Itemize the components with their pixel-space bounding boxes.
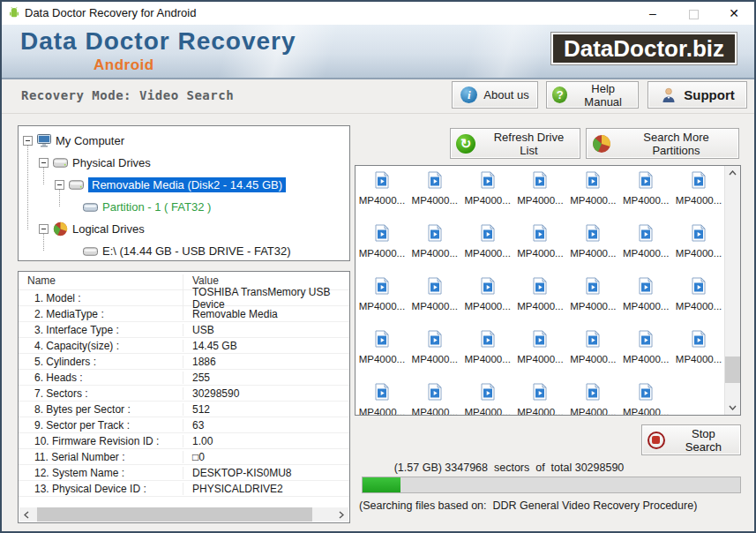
recovered-file-item[interactable]: MP4000...: [514, 224, 567, 277]
recovered-file-item[interactable]: MP4000...: [514, 383, 567, 415]
property-row[interactable]: 7. Sectors :30298590: [19, 386, 349, 402]
recovered-file-item[interactable]: MP4000...: [672, 330, 725, 383]
property-name: 7. Sectors :: [19, 387, 183, 400]
recovered-file-item[interactable]: MP4000...: [566, 171, 619, 224]
video-file-icon: [692, 277, 706, 298]
recovered-file-item[interactable]: MP4000...: [672, 224, 725, 277]
recovered-file-item[interactable]: MP4000...: [356, 383, 408, 415]
minimize-button[interactable]: –: [632, 2, 673, 25]
recovered-file-label: MP4000...: [623, 248, 669, 259]
support-button[interactable]: Support: [647, 81, 747, 109]
recovered-file-item[interactable]: MP4000...: [566, 383, 619, 415]
property-row[interactable]: 12. System Name :DESKTOP-KIS0MU8: [19, 465, 349, 481]
collapse-toggle-icon[interactable]: [39, 224, 49, 234]
tree-item-my-computer[interactable]: My Computer: [19, 130, 349, 152]
video-file-icon: [639, 171, 653, 192]
close-button[interactable]: ✕: [714, 2, 754, 25]
recovered-file-item[interactable]: MP4000...: [356, 277, 408, 330]
help-manual-label: Help Manual: [573, 82, 632, 109]
collapse-toggle-icon[interactable]: [55, 180, 64, 190]
recovered-file-item[interactable]: MP4000...: [408, 277, 461, 330]
recovered-file-item[interactable]: MP4000...: [408, 330, 461, 383]
recovered-file-label: MP4000...: [676, 195, 722, 206]
recovered-file-item[interactable]: MP4000...: [514, 330, 567, 383]
recovered-file-label: MP4000...: [676, 248, 722, 259]
recovered-file-item[interactable]: MP4000...: [408, 383, 461, 415]
progress-bar: [362, 477, 741, 493]
datadoctor-logo[interactable]: DataDoctor.biz: [551, 33, 737, 64]
video-file-icon: [428, 171, 442, 192]
recovered-file-label: MP4000...: [517, 195, 563, 206]
video-file-icon: [692, 171, 706, 192]
property-name: 11. Serial Number :: [19, 451, 183, 463]
recovered-file-item[interactable]: MP4000...: [672, 171, 725, 224]
recovered-file-item[interactable]: MP4000...: [356, 330, 408, 383]
drive-properties-panel: Name Value 1. Model :TOSHIBA TransMemory…: [18, 271, 350, 523]
tree-item-removable-media[interactable]: Removable Media (Disk2 - 14.45 GB): [19, 174, 349, 196]
tree-item-logical-drives[interactable]: Logical Drives: [19, 218, 349, 240]
recovered-file-item[interactable]: MP4000...: [619, 330, 672, 383]
property-row[interactable]: 11. Serial Number :□0: [19, 449, 349, 465]
recovered-file-item[interactable]: MP4000...: [408, 171, 461, 224]
vertical-scrollbar[interactable]: [724, 166, 740, 415]
scrollbar-thumb[interactable]: [725, 357, 740, 383]
progress-sectors-text: (1.57 GB) 3347968 sectors of total 30298…: [359, 462, 659, 474]
search-more-partitions-button[interactable]: Search More Partitions: [586, 128, 739, 159]
recovery-mode-label: Recovery Mode: Video Search: [21, 88, 234, 102]
tree-item-physical-drives[interactable]: Physical Drives: [19, 152, 349, 174]
tree-item-e-drive[interactable]: E:\ (14.44 GB - USB DRIVE - FAT32): [19, 240, 349, 262]
help-manual-button[interactable]: ? Help Manual: [546, 81, 639, 109]
property-row[interactable]: 1. Model :TOSHIBA TransMemory USB Device: [19, 290, 349, 306]
property-row[interactable]: 2. MediaType :Removable Media: [19, 306, 349, 322]
recovered-file-item[interactable]: MP4000...: [461, 383, 514, 415]
recovered-file-item[interactable]: MP4000...: [461, 277, 514, 330]
stop-search-button[interactable]: Stop Search: [641, 424, 741, 455]
recovered-file-item[interactable]: MP4000...: [408, 224, 461, 277]
recovered-file-item[interactable]: MP4000...: [514, 277, 567, 330]
property-row[interactable]: 9. Sector per Track :63: [19, 417, 349, 433]
scroll-right-icon[interactable]: [334, 507, 348, 522]
scroll-up-icon[interactable]: [725, 166, 740, 180]
scroll-down-icon[interactable]: [725, 401, 740, 415]
property-row[interactable]: 5. Cylinders :1886: [19, 354, 349, 370]
recovered-file-item[interactable]: MP4000...: [619, 171, 672, 224]
recovered-file-item[interactable]: MP4000...: [672, 277, 725, 330]
collapse-toggle-icon[interactable]: [39, 158, 49, 168]
property-row[interactable]: 4. Capacity(size) :14.45 GB: [19, 338, 349, 354]
property-row[interactable]: 10. Firmware Revision ID :1.00: [19, 433, 349, 449]
recovered-file-item[interactable]: MP4000...: [356, 224, 408, 277]
property-value: Removable Media: [183, 308, 349, 320]
collapse-toggle-icon[interactable]: [23, 136, 33, 146]
recovered-file-item[interactable]: MP4000...: [514, 171, 567, 224]
drive-tree-panel: My Computer Physical Drives: [18, 125, 350, 261]
video-file-icon: [428, 224, 442, 245]
recovered-file-item[interactable]: MP4000...: [461, 224, 514, 277]
recovered-file-item[interactable]: MP4000...: [566, 277, 619, 330]
scroll-left-icon[interactable]: [19, 507, 34, 522]
property-row[interactable]: 6. Heads :255: [19, 370, 349, 386]
refresh-drive-list-button[interactable]: ↻ Refresh Drive List: [450, 128, 580, 159]
recovered-file-item[interactable]: MP4000...: [619, 277, 672, 330]
recovered-file-item[interactable]: MP4000...: [566, 224, 619, 277]
recovered-file-item[interactable]: MP4000...: [619, 224, 672, 277]
recovered-file-item[interactable]: MP4000...: [619, 383, 672, 415]
property-name: 10. Firmware Revision ID :: [19, 435, 183, 447]
recovered-file-item[interactable]: MP4000...: [566, 330, 619, 383]
recovered-file-label: MP4000...: [517, 354, 563, 364]
maximize-button[interactable]: [673, 2, 714, 25]
recovered-file-item[interactable]: MP4000...: [356, 171, 408, 224]
recovered-file-label: MP4000...: [570, 354, 616, 364]
recovered-file-label: MP4000...: [464, 301, 510, 312]
recovered-file-item[interactable]: MP4000...: [461, 171, 514, 224]
tree-item-partition-1[interactable]: Partition - 1 ( FAT32 ): [19, 196, 349, 218]
scrollbar-thumb[interactable]: [37, 507, 312, 522]
horizontal-scrollbar[interactable]: [19, 507, 348, 522]
app-window: Data Doctor Recovery for Android – ✕ Dat…: [0, 0, 756, 533]
about-us-button[interactable]: i About us: [452, 81, 538, 109]
property-row[interactable]: 3. Interface Type :USB: [19, 322, 349, 338]
property-row[interactable]: 8. Bytes per Sector :512: [19, 402, 349, 417]
recovered-file-label: MP4000...: [676, 301, 722, 312]
recovered-file-item[interactable]: MP4000...: [461, 330, 514, 383]
property-row[interactable]: 13. Physical Device ID :PHYSICALDRIVE2: [19, 481, 349, 497]
info-icon: i: [460, 86, 477, 103]
